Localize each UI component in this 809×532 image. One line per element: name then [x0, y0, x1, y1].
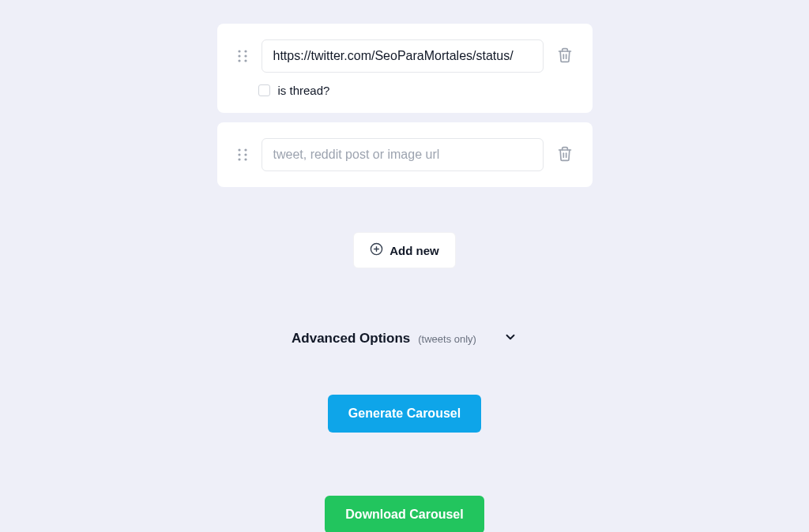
advanced-options-title: Advanced Options: [292, 331, 410, 347]
plus-circle-icon: [370, 242, 383, 258]
card-row: [235, 138, 575, 171]
thread-checkbox[interactable]: [258, 84, 270, 96]
svg-point-10: [238, 158, 240, 160]
drag-handle-icon[interactable]: [235, 145, 250, 164]
svg-point-11: [244, 158, 246, 160]
svg-point-0: [238, 50, 240, 52]
thread-option: is thread?: [258, 84, 575, 97]
trash-icon: [557, 47, 573, 66]
download-carousel-label: Download Carousel: [345, 508, 463, 521]
svg-point-1: [244, 50, 246, 52]
delete-button[interactable]: [555, 144, 575, 167]
thread-label: is thread?: [278, 84, 330, 97]
svg-point-7: [244, 148, 246, 151]
url-input[interactable]: [262, 39, 544, 73]
generate-carousel-label: Generate Carousel: [348, 406, 461, 420]
card-row: [235, 39, 575, 73]
advanced-options-toggle[interactable]: Advanced Options (tweets only): [292, 330, 517, 347]
svg-point-9: [244, 153, 246, 155]
advanced-options-subtitle: (tweets only): [418, 333, 476, 345]
url-input[interactable]: [262, 138, 544, 171]
add-new-label: Add new: [389, 244, 439, 257]
drag-handle-icon[interactable]: [235, 47, 250, 66]
generate-carousel-button[interactable]: Generate Carousel: [328, 395, 481, 433]
delete-button[interactable]: [555, 45, 575, 68]
trash-icon: [557, 146, 573, 164]
chevron-down-icon: [503, 330, 517, 347]
download-carousel-button[interactable]: Download Carousel: [325, 496, 484, 532]
svg-point-3: [244, 54, 246, 57]
svg-point-8: [238, 153, 240, 155]
svg-point-2: [238, 54, 240, 57]
url-card: is thread?: [217, 24, 593, 113]
add-new-button[interactable]: Add new: [353, 232, 456, 268]
url-card: [217, 122, 593, 187]
svg-point-5: [244, 59, 246, 62]
svg-point-6: [238, 148, 240, 151]
svg-point-4: [238, 59, 240, 62]
